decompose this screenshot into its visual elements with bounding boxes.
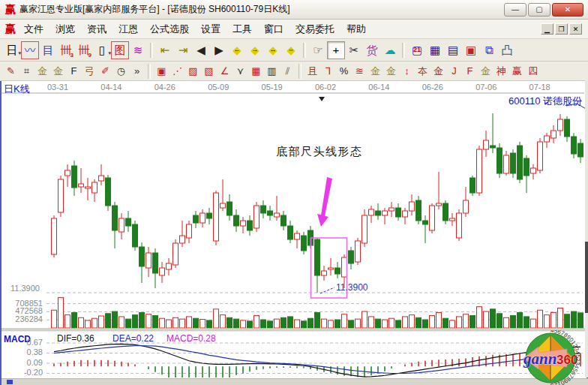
pen-ruler-icon[interactable]: ✐ [98, 63, 113, 79]
price-bands-icon[interactable]: 且 [304, 63, 320, 79]
angle-line-icon[interactable]: ∠ [217, 63, 232, 79]
info-f10-icon[interactable]: 目 [39, 41, 57, 59]
gold-ratio-1-icon[interactable]: 金 [34, 63, 50, 79]
menu-item-公式选股[interactable]: 公式选股 [144, 21, 195, 38]
spiral-icon[interactable]: 弓 [82, 63, 98, 79]
close-button[interactable]: ✕ [552, 3, 584, 17]
candle-body [274, 213, 280, 217]
pan-hand-icon[interactable]: ☞ [309, 41, 327, 59]
check-line-icon[interactable]: ⋎ [232, 63, 248, 79]
slash-lines-icon[interactable]: ⫽ [280, 63, 296, 79]
percent-icon[interactable]: % [336, 63, 352, 79]
grid-dense-icon[interactable]: ▦ [248, 63, 264, 79]
menu-item-交易委托[interactable]: 交易委托 [290, 21, 340, 38]
menu-item-文件[interactable]: 文件 [18, 21, 50, 38]
grid-col-icon[interactable]: ▥ [264, 63, 280, 79]
candle-body [248, 221, 253, 230]
shaded-box-icon[interactable]: ▧ [201, 63, 217, 79]
percent-lines-icon[interactable]: ≊ [352, 63, 368, 79]
kline-chart-canvas[interactable]: 03-3104-1404-2605-0905-1906-0206-1406-26… [2, 81, 586, 379]
si-angle-icon[interactable]: 四 [525, 63, 541, 79]
print-icon[interactable]: 凸 [498, 41, 516, 59]
candle-pen-icon[interactable]: ↕ [399, 63, 415, 79]
volume-bar [187, 317, 192, 328]
percent-retrace-icon[interactable]: ⅂ [320, 63, 336, 79]
box-text-icon[interactable]: 夲 [415, 63, 430, 79]
draw-pen-icon[interactable]: ✎ [3, 63, 19, 79]
cycle-clock-icon[interactable]: ◷ [113, 63, 129, 79]
mdi-restore-button[interactable]: ❐ [555, 23, 568, 35]
menu-item-江恩[interactable]: 江恩 [112, 21, 144, 38]
jump-both-icon[interactable]: ◆↔ [264, 41, 282, 59]
stock-code-name-label: 600110 诺德股份 [508, 95, 582, 107]
histogram-icon[interactable]: ≋ [129, 41, 147, 59]
notes-icon[interactable]: ▤ [444, 41, 462, 59]
prev-page-icon[interactable]: ◀ [192, 41, 210, 59]
gold-lines-icon[interactable]: 金 [383, 63, 399, 79]
gold-red-icon[interactable]: 金 [430, 63, 446, 79]
bars-9-icon[interactable]: 卌9 [75, 41, 93, 59]
candle-body [187, 224, 192, 238]
volume-bar [58, 297, 64, 328]
jump-all-icon[interactable]: ◆⇔ [282, 41, 300, 59]
scrollbar-thumb[interactable] [585, 242, 588, 313]
j-angle-icon[interactable]: J [446, 63, 462, 79]
shen-angle-icon[interactable]: 神 [494, 63, 509, 79]
f-angle-icon[interactable]: F [462, 63, 478, 79]
gold-circle-icon[interactable]: 金 [368, 63, 383, 79]
overlay-chart-glyph: 〰 [24, 44, 35, 56]
minimize-button[interactable]: — [504, 3, 526, 17]
crosshair-icon[interactable]: + [327, 41, 345, 59]
gann-tool-icon[interactable]: 货 [363, 41, 381, 59]
toolbar-separator [150, 43, 153, 58]
overlay-chart-icon[interactable]: 〰 [21, 41, 39, 59]
volume-bar [153, 316, 158, 328]
gann-box-icon[interactable]: ▣ [154, 63, 170, 79]
mdi-minimize-button[interactable]: ▁ [541, 23, 554, 35]
calculator-icon[interactable]: ▦ [426, 41, 444, 59]
bars-3-icon[interactable]: 卌3 [57, 41, 75, 59]
maximize-button[interactable]: ▢ [528, 3, 550, 17]
kline-period-icon[interactable]: 日▾ [3, 41, 21, 59]
measure-scissors-icon[interactable]: ✂ [345, 41, 363, 59]
calendar-icon[interactable]: ▢21 [408, 41, 426, 59]
candle-body [214, 193, 219, 241]
mdi-close-button[interactable]: ✕ [569, 23, 582, 35]
more-tools-icon[interactable]: » [129, 63, 145, 79]
menu-item-资讯[interactable]: 资讯 [81, 21, 112, 38]
candle-body [430, 206, 435, 230]
menu-item-帮助[interactable]: 帮助 [340, 21, 372, 38]
smart-cloud-icon[interactable]: ☁ [381, 41, 399, 59]
last-page-icon[interactable]: ⇥ [174, 41, 192, 59]
volume-bar [214, 309, 219, 328]
first-page-icon[interactable]: ⇤ [156, 41, 174, 59]
save-disk-icon[interactable]: ▣ [462, 41, 480, 59]
box-fan-icon[interactable]: ▨ [185, 63, 201, 79]
gold-ratio-2-icon[interactable]: 金 [50, 63, 66, 79]
menu-item-浏览[interactable]: 浏览 [50, 21, 81, 38]
volume-bar [382, 320, 388, 328]
candle-style-icon[interactable]: ▯▾ [93, 41, 111, 59]
toolbar-separator [303, 43, 306, 58]
jump-left-icon[interactable]: ◆← [228, 41, 246, 59]
gann-fan-icon[interactable]: ⋰ [170, 63, 185, 79]
ying-angle-icon[interactable]: 赢 [509, 63, 525, 79]
fibonacci-icon[interactable]: F [66, 63, 82, 79]
formula-box-icon[interactable]: 图 [111, 41, 129, 59]
next-page-icon[interactable]: ▶ [210, 41, 228, 59]
multi-screen-icon[interactable]: ⧉ [480, 41, 498, 59]
dea-value-label: DEA=0.22 [112, 333, 154, 344]
macd-scale-1: 0.67 [27, 338, 43, 347]
annotation-arrow-icon [321, 177, 332, 216]
gold-angle-icon[interactable]: 金 [478, 63, 494, 79]
marked-low-price-label: 11.3900 [336, 282, 368, 293]
menu-item-工具[interactable]: 工具 [226, 21, 258, 38]
volume-bar [295, 320, 300, 328]
candle-body [464, 200, 469, 213]
jump-right-icon[interactable]: ◆→ [246, 41, 264, 59]
gann-grid-icon[interactable]: ⌗ [19, 63, 34, 79]
menu-item-窗口[interactable]: 窗口 [258, 21, 290, 38]
candle-body [497, 148, 502, 173]
menu-item-设置[interactable]: 设置 [195, 21, 226, 38]
volume-bar [356, 319, 361, 328]
